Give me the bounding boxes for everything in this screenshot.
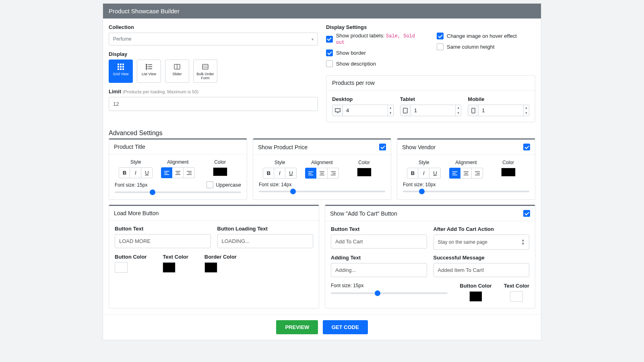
align-right-button[interactable] <box>328 168 339 179</box>
preview-button[interactable]: PREVIEW <box>276 320 318 334</box>
svg-rect-5 <box>122 66 124 68</box>
display-grid-button[interactable]: Grid View <box>109 60 133 83</box>
uppercase-label: Uppercase <box>216 182 241 188</box>
load-more-header: Load More Button <box>114 210 159 216</box>
atc-button-color-swatch[interactable] <box>469 291 482 302</box>
button-text-label: Button Text <box>115 226 211 232</box>
ppr-mobile-input[interactable]: 1 ▲▼ <box>468 105 529 116</box>
adding-text-input[interactable]: Adding... <box>331 263 427 277</box>
color-label: Color <box>199 159 241 165</box>
display-slider-button[interactable]: Slider <box>165 60 189 83</box>
price-card: Show Product Price Style B I U <box>253 138 391 200</box>
svg-rect-1 <box>120 64 122 65</box>
bold-button[interactable]: B <box>407 168 418 179</box>
show-border-checkbox[interactable] <box>326 49 333 56</box>
align-left-button[interactable] <box>161 167 172 178</box>
svg-point-13 <box>146 68 147 69</box>
same-height-checkbox[interactable] <box>437 43 444 50</box>
align-center-button[interactable] <box>172 167 184 178</box>
ppr-title: Products per row <box>326 76 535 90</box>
atc-text-color-swatch[interactable] <box>510 291 523 302</box>
title-fontsize-slider[interactable] <box>115 191 241 193</box>
page-title: Product Showcase Builder <box>103 4 541 19</box>
uppercase-checkbox[interactable] <box>206 181 213 188</box>
show-description-checkbox[interactable] <box>326 60 333 67</box>
underline-button[interactable]: U <box>429 168 441 179</box>
limit-input[interactable]: 12 <box>109 97 318 111</box>
display-bulk-button[interactable]: Bulk Order Form <box>193 60 217 83</box>
bold-button[interactable]: B <box>119 167 130 178</box>
tablet-icon <box>400 105 411 116</box>
italic-button[interactable]: I <box>274 168 285 179</box>
vendor-fontsize-slider[interactable] <box>403 191 529 192</box>
price-color-swatch[interactable] <box>357 168 372 177</box>
text-color-swatch[interactable] <box>163 262 175 273</box>
svg-rect-0 <box>118 64 119 65</box>
button-text-input[interactable]: LOAD MORE <box>115 234 211 248</box>
ppr-mobile-label: Mobile <box>468 96 529 102</box>
collection-label: Collection <box>109 24 318 30</box>
svg-rect-20 <box>335 109 340 112</box>
italic-button[interactable]: I <box>130 167 141 178</box>
get-code-button[interactable]: GET CODE <box>323 320 368 334</box>
grid-icon <box>111 63 131 70</box>
style-label: Style <box>403 160 445 165</box>
italic-button[interactable]: I <box>418 168 429 179</box>
display-list-button[interactable]: List View <box>137 60 161 83</box>
atc-card: Show "Add To Cart" Button Button Text Ad… <box>325 205 535 309</box>
display-label: Display <box>109 51 318 57</box>
align-left-button[interactable] <box>449 168 460 179</box>
border-color-swatch[interactable] <box>204 262 217 273</box>
svg-rect-23 <box>472 108 475 113</box>
align-right-button[interactable] <box>184 167 195 178</box>
align-right-button[interactable] <box>472 168 483 179</box>
show-labels-checkbox[interactable] <box>326 36 333 43</box>
collection-select[interactable]: Perfume ▾ <box>109 33 318 45</box>
button-color-swatch[interactable] <box>115 262 128 273</box>
alignment-label: Alignment <box>157 159 199 165</box>
adding-text-label: Adding Text <box>331 255 427 261</box>
display-list-label: List View <box>139 72 159 76</box>
vendor-card-header: Show Vendor <box>402 144 436 150</box>
vendor-color-swatch[interactable] <box>501 168 516 177</box>
atc-button-text-label: Button Text <box>331 226 427 232</box>
hover-checkbox[interactable] <box>437 33 444 39</box>
product-title-card-header: Product Title <box>114 144 145 150</box>
price-fontsize-slider[interactable] <box>259 191 385 192</box>
desktop-icon <box>332 105 343 116</box>
atc-fontsize-slider[interactable] <box>331 292 448 294</box>
align-left-button[interactable] <box>305 168 316 179</box>
svg-rect-2 <box>122 64 124 65</box>
vendor-toggle-checkbox[interactable] <box>523 144 530 150</box>
font-size-label: Font size: 14px <box>259 182 385 187</box>
price-toggle-checkbox[interactable] <box>379 144 386 150</box>
title-color-swatch[interactable] <box>213 167 227 176</box>
after-action-select[interactable]: Stay on the same page ▲▼ <box>433 234 530 250</box>
ppr-tablet-input[interactable]: 1 ▲▼ <box>400 105 462 116</box>
style-label: Style <box>259 160 301 165</box>
after-action-label: After Add To Cart Action <box>433 226 530 232</box>
stepper-icon[interactable]: ▲▼ <box>523 105 529 116</box>
chevron-down-icon: ▾ <box>312 37 314 41</box>
product-title-card: Product Title Style B I U Alignment <box>109 138 247 200</box>
svg-rect-7 <box>120 68 122 70</box>
align-center-button[interactable] <box>460 168 472 179</box>
ppr-desktop-input[interactable]: 4 ▲▼ <box>332 105 394 116</box>
stepper-icon[interactable]: ▲▼ <box>455 105 461 116</box>
load-more-card: Load More Button Button Text LOAD MORE B… <box>109 205 319 309</box>
bold-button[interactable]: B <box>263 168 274 179</box>
atc-toggle-checkbox[interactable] <box>523 210 530 217</box>
align-center-button[interactable] <box>316 168 328 179</box>
loading-text-input[interactable]: LOADING... <box>217 234 314 248</box>
text-color-label: Text Color <box>163 254 188 260</box>
atc-button-text-input[interactable]: Add To Cart <box>331 234 427 249</box>
color-label: Color <box>343 160 385 165</box>
svg-rect-22 <box>403 108 407 113</box>
app-container: Product Showcase Builder Collection Perf… <box>103 3 541 340</box>
svg-rect-17 <box>202 64 208 69</box>
underline-button[interactable]: U <box>141 167 153 178</box>
success-msg-input[interactable]: Added Item To Cart! <box>433 263 530 277</box>
font-size-label: Font size: 10px <box>403 182 529 187</box>
underline-button[interactable]: U <box>285 168 297 179</box>
stepper-icon[interactable]: ▲▼ <box>388 105 393 116</box>
